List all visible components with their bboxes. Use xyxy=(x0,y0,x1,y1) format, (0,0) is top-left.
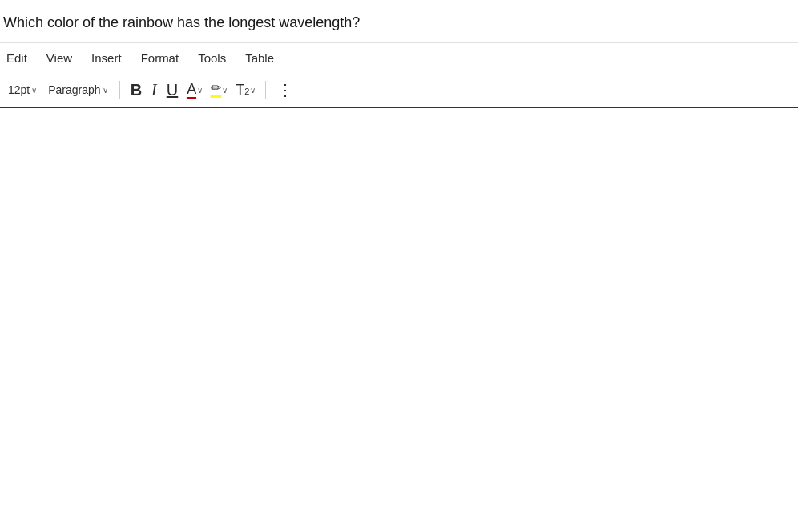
superscript-icon: T2 xyxy=(236,82,249,99)
highlight-icon: ✏ xyxy=(211,82,221,98)
font-size-selector[interactable]: 12pt ∨ xyxy=(3,81,42,99)
toolbar-divider-2 xyxy=(265,81,266,99)
toolbar: 12pt ∨ Paragraph ∨ B I U A ∨ ✏ ∨ T2 ∨ xyxy=(0,73,798,108)
question-area: Which color of the rainbow has the longe… xyxy=(0,0,798,42)
question-text: Which color of the rainbow has the longe… xyxy=(3,14,360,30)
paragraph-chevron-icon: ∨ xyxy=(103,86,108,95)
font-color-button[interactable]: A ∨ xyxy=(183,79,206,101)
menu-bar: Edit View Insert Format Tools Table xyxy=(0,42,798,73)
menu-item-view[interactable]: View xyxy=(37,48,82,68)
highlight-color-button[interactable]: ✏ ∨ xyxy=(208,79,231,100)
superscript-chevron-icon: ∨ xyxy=(250,86,256,95)
highlight-chevron-icon: ∨ xyxy=(222,86,228,95)
menu-item-format[interactable]: Format xyxy=(131,48,189,68)
paragraph-style-value: Paragraph xyxy=(48,83,100,96)
underline-button[interactable]: U xyxy=(163,79,182,102)
menu-item-insert[interactable]: Insert xyxy=(82,48,131,68)
more-options-button[interactable]: ⋮ xyxy=(272,78,299,102)
font-size-value: 12pt xyxy=(8,83,30,96)
menu-item-table[interactable]: Table xyxy=(236,48,284,68)
font-color-icon: A xyxy=(187,82,196,99)
bold-button[interactable]: B xyxy=(127,79,146,102)
editor-body[interactable] xyxy=(0,108,798,445)
superscript-button[interactable]: T2 ∨ xyxy=(232,79,259,101)
toolbar-divider-1 xyxy=(119,81,120,99)
menu-item-tools[interactable]: Tools xyxy=(188,48,236,68)
menu-item-edit[interactable]: Edit xyxy=(3,48,37,68)
more-options-icon: ⋮ xyxy=(277,81,294,99)
italic-button[interactable]: I xyxy=(147,79,161,102)
font-color-chevron-icon: ∨ xyxy=(197,86,203,95)
font-size-chevron-icon: ∨ xyxy=(31,86,37,95)
paragraph-style-selector[interactable]: Paragraph ∨ xyxy=(43,81,112,99)
